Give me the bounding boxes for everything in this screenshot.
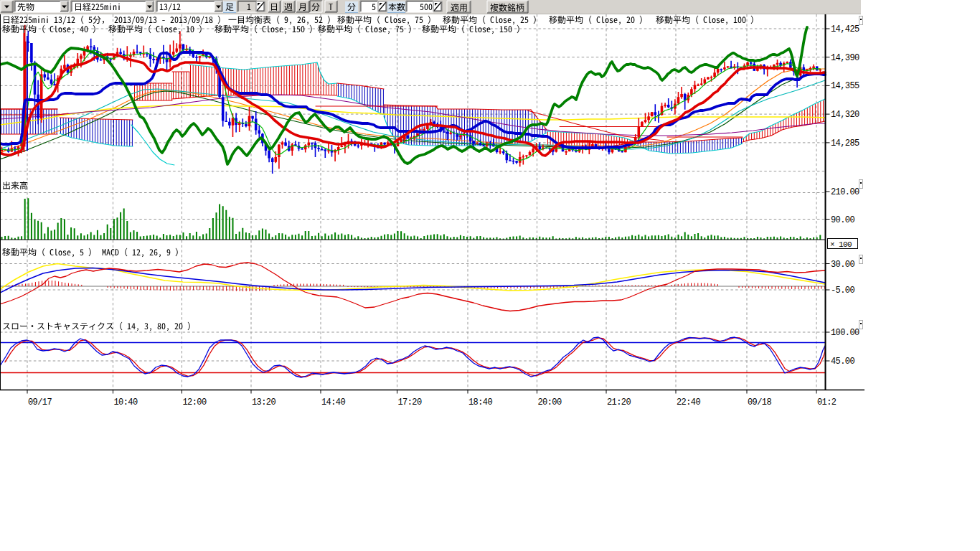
svg-text:14,355: 14,355 <box>831 81 859 91</box>
svg-text:13:20: 13:20 <box>252 397 275 408</box>
svg-text:14,285: 14,285 <box>831 138 859 149</box>
svg-text:210.00: 210.00 <box>831 187 859 197</box>
svg-text:-5.00: -5.00 <box>831 286 854 296</box>
svg-text:22:40: 22:40 <box>677 397 700 408</box>
svg-text:14:40: 14:40 <box>321 397 345 408</box>
svg-text:20:00: 20:00 <box>538 397 562 408</box>
svg-text:21:20: 21:20 <box>607 397 631 408</box>
svg-text:14,390: 14,390 <box>831 53 859 63</box>
svg-text:45.00: 45.00 <box>831 357 854 367</box>
svg-text:09/18: 09/18 <box>748 397 771 408</box>
svg-text:14,425: 14,425 <box>831 24 859 34</box>
svg-text:18:40: 18:40 <box>468 397 492 408</box>
svg-text:09/17: 09/17 <box>28 397 52 408</box>
svg-text:10:40: 10:40 <box>114 397 138 408</box>
svg-text:100.00: 100.00 <box>831 328 859 338</box>
svg-text:30.00: 30.00 <box>831 260 854 270</box>
svg-text:90.00: 90.00 <box>831 215 854 225</box>
svg-text:01:2: 01:2 <box>817 397 837 408</box>
svg-text:12:00: 12:00 <box>183 397 207 408</box>
svg-text:14,320: 14,320 <box>831 110 859 120</box>
svg-text:17:20: 17:20 <box>398 397 422 408</box>
svg-text:× 100: × 100 <box>830 240 852 249</box>
